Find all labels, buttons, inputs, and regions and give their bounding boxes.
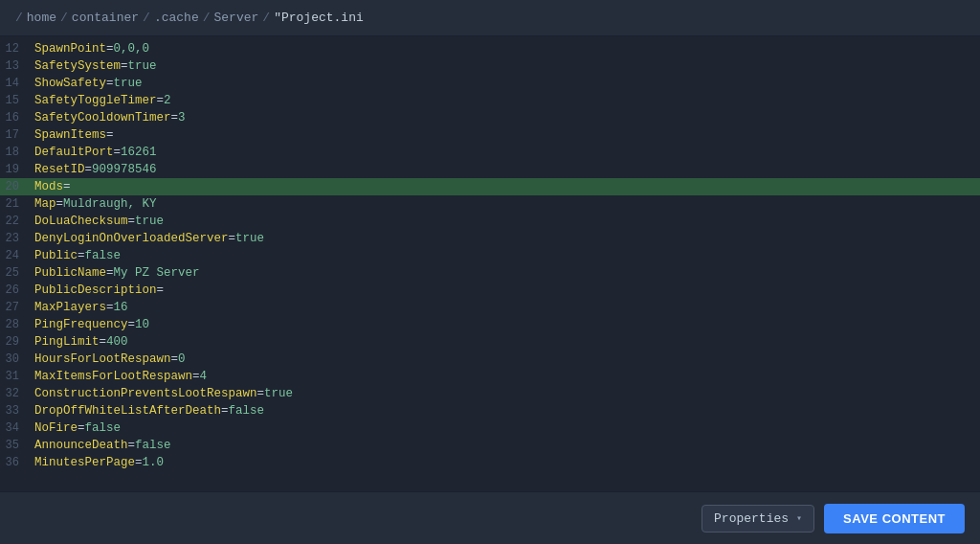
equals-sign: = xyxy=(171,352,179,366)
table-row: 14ShowSafety=true xyxy=(0,75,980,92)
line-content: SafetySystem=true xyxy=(34,59,980,73)
equals-sign: = xyxy=(106,301,114,314)
value-text: Muldraugh, KY xyxy=(63,197,157,211)
equals-sign: = xyxy=(157,283,165,297)
breadcrumb-separator-2: / xyxy=(143,11,150,25)
value-text: 909978546 xyxy=(92,163,157,176)
key-name: ConstructionPreventsLootRespawn xyxy=(34,387,257,400)
line-content: PingFrequency=10 xyxy=(34,318,980,331)
line-number: 21 xyxy=(0,197,34,211)
key-name: ShowSafety xyxy=(34,77,106,90)
line-number: 35 xyxy=(0,439,34,452)
properties-label: Properties xyxy=(714,511,789,526)
line-number: 17 xyxy=(0,128,34,142)
value-text: true xyxy=(264,387,293,400)
line-content: DefaultPort=16261 xyxy=(34,146,980,159)
value-text: 10 xyxy=(135,318,149,331)
value-text: true xyxy=(135,215,164,228)
line-content: MinutesPerPage=1.0 xyxy=(34,456,980,469)
breadcrumb: / home / container / .cache / Server / "… xyxy=(0,0,980,36)
value-text: true xyxy=(114,77,143,90)
key-name: PublicDescription xyxy=(34,283,157,297)
line-number: 18 xyxy=(0,146,34,159)
value-text: My PZ Server xyxy=(114,266,200,280)
table-row: 32ConstructionPreventsLootRespawn=true xyxy=(0,385,980,402)
equals-sign: = xyxy=(78,421,85,435)
equals-sign: = xyxy=(157,94,165,107)
key-name: MinutesPerPage xyxy=(34,456,135,469)
equals-sign: = xyxy=(106,77,114,90)
properties-dropdown[interactable]: Properties ▾ xyxy=(702,505,814,533)
value-text: false xyxy=(135,439,171,452)
table-row: 27MaxPlayers=16 xyxy=(0,299,980,316)
line-number: 25 xyxy=(0,266,34,280)
equals-sign: = xyxy=(192,370,200,383)
breadcrumb-container[interactable]: container xyxy=(72,11,139,25)
line-number: 27 xyxy=(0,301,34,314)
line-content: NoFire=false xyxy=(34,421,980,435)
line-content: SpawnPoint=0,0,0 xyxy=(34,42,980,56)
equals-sign: = xyxy=(135,456,143,469)
equals-sign: = xyxy=(121,59,128,73)
line-content: Mods= xyxy=(34,180,980,193)
value-text: 1.0 xyxy=(143,456,165,469)
breadcrumb-server[interactable]: Server xyxy=(214,11,259,25)
table-row: 30HoursForLootRespawn=0 xyxy=(0,351,980,368)
line-content: PublicName=My PZ Server xyxy=(34,266,980,280)
key-name: DropOffWhiteListAfterDeath xyxy=(34,404,221,418)
line-content: Map=Muldraugh, KY xyxy=(34,197,980,211)
editor-content[interactable]: 12SpawnPoint=0,0,013SafetySystem=true14S… xyxy=(0,36,980,491)
line-number: 31 xyxy=(0,370,34,383)
line-number: 20 xyxy=(0,180,34,193)
footer-bar: Properties ▾ SAVE CONTENT xyxy=(0,491,980,544)
value-text: false xyxy=(229,404,265,418)
line-number: 26 xyxy=(0,283,34,297)
key-name: SpawnPoint xyxy=(34,42,106,56)
key-name: DoLuaChecksum xyxy=(34,215,128,228)
line-content: DenyLoginOnOverloadedServer=true xyxy=(34,232,980,245)
key-name: DenyLoginOnOverloadedServer xyxy=(34,232,229,245)
line-number: 30 xyxy=(0,352,34,366)
equals-sign: = xyxy=(106,128,114,142)
breadcrumb-home[interactable]: home xyxy=(27,11,56,25)
table-row: 33DropOffWhiteListAfterDeath=false xyxy=(0,402,980,419)
equals-sign: = xyxy=(229,232,236,245)
line-number: 23 xyxy=(0,232,34,245)
line-content: SafetyToggleTimer=2 xyxy=(34,94,980,107)
value-text: 0,0,0 xyxy=(114,42,150,56)
key-name: SafetyToggleTimer xyxy=(34,94,157,107)
equals-sign: = xyxy=(128,215,136,228)
value-text: 16 xyxy=(114,301,128,314)
line-number: 32 xyxy=(0,387,34,400)
equals-sign: = xyxy=(106,266,114,280)
line-content: AnnounceDeath=false xyxy=(34,439,980,452)
value-text: false xyxy=(85,249,122,262)
value-text: false xyxy=(85,421,122,435)
equals-sign: = xyxy=(85,163,93,176)
key-name: PingFrequency xyxy=(34,318,128,331)
table-row: 28PingFrequency=10 xyxy=(0,316,980,333)
equals-sign: = xyxy=(106,42,114,56)
breadcrumb-cache[interactable]: .cache xyxy=(154,11,199,25)
line-number: 28 xyxy=(0,318,34,331)
equals-sign: = xyxy=(221,404,229,418)
table-row: 25PublicName=My PZ Server xyxy=(0,264,980,282)
line-number: 29 xyxy=(0,335,34,349)
save-content-button[interactable]: SAVE CONTENT xyxy=(824,504,965,533)
key-name: DefaultPort xyxy=(34,146,114,159)
key-name: Mods xyxy=(34,180,63,193)
value-text: true xyxy=(235,232,264,245)
line-content: ResetID=909978546 xyxy=(34,163,980,176)
line-number: 12 xyxy=(0,42,34,56)
line-number: 13 xyxy=(0,59,34,73)
line-number: 36 xyxy=(0,456,34,469)
equals-sign: = xyxy=(78,249,85,262)
equals-sign: = xyxy=(171,111,179,125)
table-row: 12SpawnPoint=0,0,0 xyxy=(0,40,980,57)
line-content: DropOffWhiteListAfterDeath=false xyxy=(34,404,980,418)
value-text: 3 xyxy=(178,111,186,125)
table-row: 17SpawnItems= xyxy=(0,126,980,144)
line-number: 19 xyxy=(0,163,34,176)
equals-sign: = xyxy=(63,180,71,193)
table-row: 36MinutesPerPage=1.0 xyxy=(0,454,980,471)
